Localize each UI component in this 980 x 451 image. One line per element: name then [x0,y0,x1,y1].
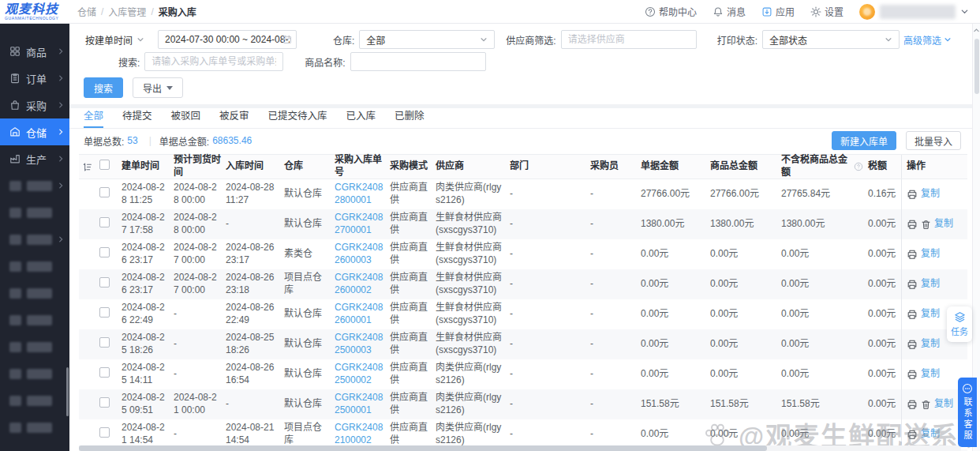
order-number-link[interactable]: CGRK24082600002 [335,272,383,295]
batch-import-button[interactable]: 批量导入 [906,131,961,150]
sidebar-item-redacted[interactable] [0,172,69,199]
cell-goods-amount: 0.00元 [710,248,781,261]
row-checkbox[interactable] [99,337,110,348]
contact-service-widget[interactable]: 联系客服 [958,378,977,447]
help-center-button[interactable]: 帮助中心 [645,5,697,18]
sidebar-item-goods[interactable]: 商品 [0,38,69,65]
product-name-input[interactable] [350,52,486,71]
cell-buyer: - [590,338,641,351]
print-icon[interactable] [907,279,918,290]
supplier-filter-input[interactable] [561,30,697,49]
print-icon[interactable] [907,249,918,260]
messages-button[interactable]: 消息 [713,5,746,18]
print-icon[interactable] [907,429,918,440]
sidebar-item-redacted[interactable] [0,199,69,226]
redacted-icon [9,396,21,406]
order-number-link[interactable]: CGRK24082500003 [335,332,383,355]
order-number-link[interactable]: CGRK24082500002 [335,362,383,385]
sidebar-item-redacted[interactable] [0,333,69,360]
sidebar-item-redacted[interactable] [0,360,69,387]
order-number-link[interactable]: CGRK24082700001 [335,212,383,235]
row-checkbox[interactable] [99,367,110,378]
copy-link[interactable]: 复制 [921,338,940,351]
row-checkbox[interactable] [99,187,110,197]
row-checkbox[interactable] [99,277,110,288]
task-widget[interactable]: 任务 [947,306,972,342]
print-icon[interactable] [907,189,918,200]
sidebar-item-production[interactable]: 生产 [0,145,69,172]
info-circle-icon[interactable] [854,162,863,171]
copy-link[interactable]: 复制 [921,278,940,291]
print-icon[interactable] [907,369,918,380]
copy-link[interactable]: 复制 [921,428,940,441]
header-amount: 单据金额 [641,160,710,173]
print-icon[interactable] [907,309,918,320]
copy-link[interactable]: 复制 [934,218,953,231]
order-number-link[interactable]: CGRK24082800001 [335,182,383,205]
summary-divider: | [149,135,151,146]
copy-link[interactable]: 复制 [934,398,953,411]
header-expected: 预计到货时间 [174,154,226,179]
copy-link[interactable]: 复制 [921,248,940,261]
search-button[interactable]: 搜索 [84,77,123,98]
user-menu[interactable] [859,4,969,20]
sidebar-item-purchase[interactable]: 采购 [0,92,69,118]
sidebar-scrollbar-thumb[interactable] [66,367,69,416]
sidebar-item-warehouse[interactable]: 仓储 [0,118,69,145]
sidebar-item-redacted[interactable] [0,226,69,253]
warehouse-select[interactable]: 全部 [359,30,495,49]
tab-待提交[interactable]: 待提交 [122,107,152,128]
sidebar-item-redacted[interactable] [0,414,69,441]
sidebar-item-redacted[interactable] [0,387,69,414]
breadcrumb-item[interactable]: 入库管理 [108,5,146,18]
print-icon[interactable] [907,219,918,230]
row-checkbox[interactable] [99,247,110,257]
tab-已提交待入库[interactable]: 已提交待入库 [268,107,327,128]
print-icon[interactable] [907,399,918,410]
row-checkbox[interactable] [99,397,110,408]
cell-created: 2024-08-26 23:17 [122,242,174,266]
order-number-link[interactable]: CGRK24082500001 [335,392,383,415]
advanced-filter-link[interactable]: 高级筛选 [903,33,952,47]
sidebar-item-orders[interactable]: 订单 [0,65,69,92]
sidebar-item-redacted[interactable] [0,280,69,306]
tab-已删除[interactable]: 已删除 [395,107,425,128]
copy-link[interactable]: 复制 [921,368,940,381]
vertical-scrollbar-thumb[interactable] [974,39,979,94]
horizontal-scrollbar-thumb[interactable] [79,445,767,451]
print-status-select[interactable]: 全部状态 [762,30,900,49]
breadcrumb-item[interactable]: 仓储 [77,5,96,18]
settings-button[interactable]: 设置 [810,5,843,18]
search-input[interactable] [144,52,283,71]
export-button[interactable]: 导出 [133,77,183,98]
order-number-link[interactable]: CGRK24082600001 [335,302,383,325]
cell-expected: 2024-08-28 00:00 [174,212,226,236]
trash-icon[interactable] [921,400,931,410]
copy-link[interactable]: 复制 [921,308,940,321]
tab-被驳回[interactable]: 被驳回 [171,107,201,128]
horizontal-scrollbar[interactable] [79,445,961,451]
create-inbound-button[interactable]: 新建入库单 [832,131,896,150]
column-filter-icon[interactable] [82,162,92,172]
cell-amount: 151.58元 [641,398,710,411]
sidebar-item-redacted[interactable] [0,306,69,333]
copy-link[interactable]: 复制 [921,188,940,201]
row-checkbox[interactable] [99,427,110,438]
cell-department: - [510,338,590,351]
trash-icon[interactable] [921,220,931,230]
date-range-input[interactable] [158,30,297,49]
order-number-link[interactable]: CGRK24082100002 [335,422,383,445]
time-type-select[interactable]: 按建单时间 [84,30,151,49]
cell-tax: 0.00元 [868,248,901,261]
row-checkbox[interactable] [99,217,110,227]
tab-被反审[interactable]: 被反审 [219,107,249,128]
row-checkbox[interactable] [99,307,110,318]
select-all-checkbox[interactable] [99,160,110,170]
tab-已入库[interactable]: 已入库 [346,107,376,128]
order-number-link[interactable]: CGRK24082600003 [335,242,383,265]
apps-button[interactable]: 应用 [761,5,795,18]
sidebar-item-redacted[interactable] [0,253,69,280]
scroll-up-arrow-icon[interactable] [973,27,980,34]
print-icon[interactable] [907,339,918,350]
tab-全部[interactable]: 全部 [84,107,103,128]
